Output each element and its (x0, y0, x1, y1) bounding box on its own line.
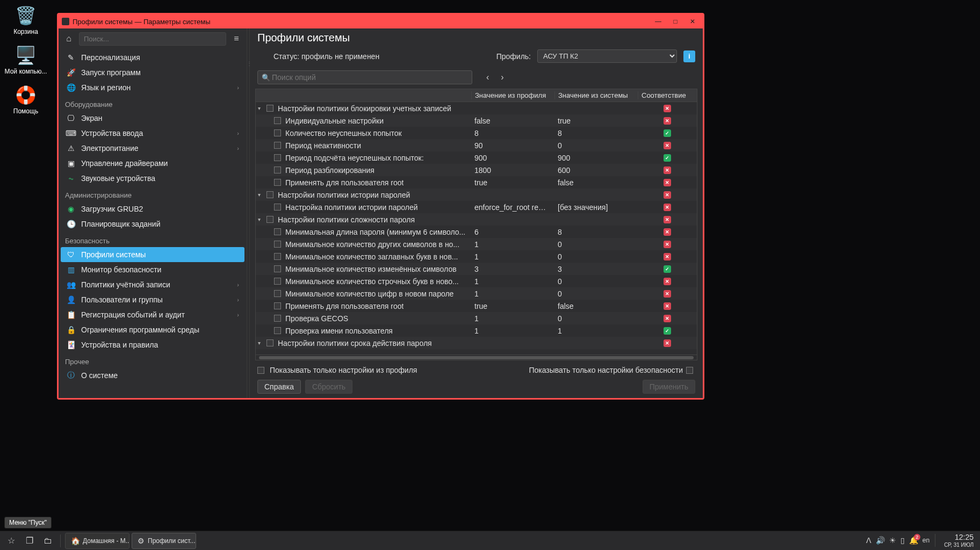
row-checkbox[interactable] (274, 179, 281, 186)
tray-volume-icon[interactable]: 🔊 (876, 536, 885, 545)
start-button[interactable]: ☆ (3, 533, 19, 549)
chevron-down-icon[interactable]: ▾ (258, 340, 264, 346)
task-view-button[interactable]: ❐ (21, 533, 38, 549)
row-checkbox[interactable] (274, 167, 281, 173)
table-row[interactable]: Настройка политики истории паролейenforc… (256, 201, 697, 213)
row-checkbox[interactable] (274, 290, 281, 297)
taskbar-task-home[interactable]: 🏠Домашняя - M... (65, 533, 129, 549)
tray-notifications-icon[interactable]: 🔔2 (909, 536, 918, 545)
tray-brightness-icon[interactable]: ☀ (889, 536, 896, 545)
table-row[interactable]: Индивидуальные настройкиfalsetrue✕ (256, 114, 697, 127)
nav-users-groups[interactable]: 👤Пользователи и группы› (61, 292, 244, 307)
row-checkbox[interactable] (274, 241, 281, 248)
next-match-button[interactable]: › (498, 71, 507, 83)
table-row[interactable]: ▾Настройки политики срока действия парол… (256, 337, 697, 349)
row-checkbox[interactable] (274, 278, 281, 285)
column-system-value[interactable]: Значение из системы (554, 91, 638, 99)
table-row[interactable]: Количество неуспешных попыток88✓ (256, 127, 697, 139)
nav-personalization[interactable]: ✎Персонализация (61, 50, 244, 65)
chevron-down-icon[interactable]: ▾ (258, 105, 264, 111)
minimize-button[interactable]: — (651, 17, 665, 26)
row-checkbox[interactable] (266, 191, 273, 198)
nav-input-devices[interactable]: ⌨Устройства ввода› (61, 126, 244, 141)
splitter-handle[interactable] (247, 28, 250, 398)
tray-battery-icon[interactable]: ▯ (900, 536, 905, 545)
close-button[interactable]: ✕ (686, 17, 700, 26)
table-row[interactable]: Проверка GECOS10✕ (256, 312, 697, 324)
horizontal-scrollbar[interactable] (256, 354, 697, 360)
file-manager-button[interactable]: 🗀 (40, 533, 56, 549)
row-checkbox[interactable] (266, 105, 273, 112)
table-row[interactable]: Минимальное количество других символов в… (256, 238, 697, 250)
row-checkbox[interactable] (274, 117, 281, 124)
nav-scheduler[interactable]: 🕒Планировщик заданий (61, 216, 244, 231)
nav-drivers[interactable]: ▣Управление драйверами (61, 156, 244, 171)
sidebar-search-input[interactable] (79, 32, 226, 46)
reset-button[interactable]: Сбросить (305, 380, 352, 394)
row-checkbox[interactable] (266, 339, 273, 346)
table-row[interactable]: Проверка имени пользователя11✓ (256, 324, 697, 337)
table-row[interactable]: Период разблокирования1800600✕ (256, 164, 697, 176)
apply-button[interactable]: Применить (643, 380, 695, 394)
nav-startup[interactable]: 🚀Запуск программ (61, 65, 244, 80)
column-match[interactable]: Соответствие (638, 91, 697, 99)
table-row[interactable]: Минимальная длина пароля (минимум 6 симв… (256, 226, 697, 238)
table-row[interactable]: Период подсчёта неуспешных попыток:90090… (256, 151, 697, 164)
nav-system-profiles[interactable]: 🛡Профили системы (61, 247, 244, 262)
table-row[interactable]: Минимальное количество заглавных букв в … (256, 250, 697, 263)
tray-chevron-up-icon[interactable]: ᐱ (866, 536, 871, 545)
clock[interactable]: 12:25 СР, 31 ИЮЛ (941, 533, 974, 547)
options-search-input[interactable] (257, 70, 472, 84)
row-checkbox[interactable] (274, 265, 281, 272)
row-checkbox[interactable] (274, 204, 281, 211)
taskbar-task-profiles[interactable]: ⚙Профили сист... (132, 533, 196, 549)
desktop-icon-computer[interactable]: 🖥️ Мой компью... (4, 44, 47, 75)
nav-power[interactable]: ⚠Электропитание› (61, 141, 244, 156)
table-row[interactable]: Минимальное количество изменённых символ… (256, 263, 697, 275)
column-profile-value[interactable]: Значение из профиля (471, 91, 554, 99)
help-button[interactable]: Справка (257, 380, 301, 394)
titlebar[interactable]: Профили системы — Параметры системы — □ … (59, 15, 703, 28)
nav-devices-rules[interactable]: 🃏Устройства и правила (61, 337, 244, 352)
prev-match-button[interactable]: ‹ (483, 71, 492, 83)
nav-audio[interactable]: ⏦Звуковые устройства (61, 171, 244, 186)
row-checkbox[interactable] (274, 154, 281, 161)
tray-language[interactable]: en (923, 537, 929, 544)
nav-software-restrictions[interactable]: 🔒Ограничения программной среды (61, 322, 244, 337)
table-row[interactable]: Применять для пользователя roottruefalse… (256, 300, 697, 312)
table-row[interactable]: Применять для пользователя roottruefalse… (256, 176, 697, 189)
nav-grub[interactable]: ◉Загрузчик GRUB2 (61, 201, 244, 216)
row-checkbox[interactable] (274, 129, 281, 136)
table-row[interactable]: Минимальное количество цифр в новом паро… (256, 287, 697, 300)
nav-audit[interactable]: 📋Регистрация событий и аудит› (61, 307, 244, 322)
chevron-down-icon[interactable]: ▾ (258, 216, 264, 222)
home-button[interactable]: ⌂ (62, 32, 76, 46)
hamburger-menu[interactable]: ≡ (229, 32, 243, 46)
filter-security-checkbox[interactable] (686, 367, 693, 374)
table-body[interactable]: ▾Настройки политики блокировки учетных з… (256, 102, 697, 354)
table-row[interactable]: Период неактивности900✕ (256, 139, 697, 151)
row-checkbox[interactable] (274, 142, 281, 149)
profile-select[interactable]: АСУ ТП К2 (537, 49, 677, 63)
nav-display[interactable]: 🖵Экран (61, 111, 244, 126)
desktop-icon-help[interactable]: 🛟 Помощь (4, 84, 47, 115)
row-checkbox[interactable] (274, 302, 281, 309)
desktop-icon-trash[interactable]: 🗑️ Корзина (4, 4, 47, 35)
profile-info-button[interactable]: i (683, 50, 695, 62)
nav-security-monitor[interactable]: ▥Монитор безопасности (61, 262, 244, 277)
row-checkbox[interactable] (274, 327, 281, 334)
nav-language[interactable]: 🌐Язык и регион› (61, 80, 244, 95)
filter-profile-checkbox[interactable] (257, 367, 264, 374)
table-row[interactable]: ▾Настройки политики истории паролей✕ (256, 189, 697, 201)
row-checkbox[interactable] (274, 253, 281, 260)
chevron-down-icon[interactable]: ▾ (258, 192, 264, 198)
table-row[interactable]: Минимальное количество строчных букв в н… (256, 275, 697, 287)
maximize-button[interactable]: □ (668, 17, 682, 26)
nav-about[interactable]: ⓘО системе (61, 368, 244, 383)
table-row[interactable]: ▾Настройки политики блокировки учетных з… (256, 102, 697, 114)
table-row[interactable]: ▾Настройки политики сложности пароля✕ (256, 213, 697, 226)
row-checkbox[interactable] (266, 216, 273, 223)
row-checkbox[interactable] (274, 315, 281, 322)
row-checkbox[interactable] (274, 228, 281, 235)
nav-account-policies[interactable]: 👥Политики учётной записи› (61, 277, 244, 292)
